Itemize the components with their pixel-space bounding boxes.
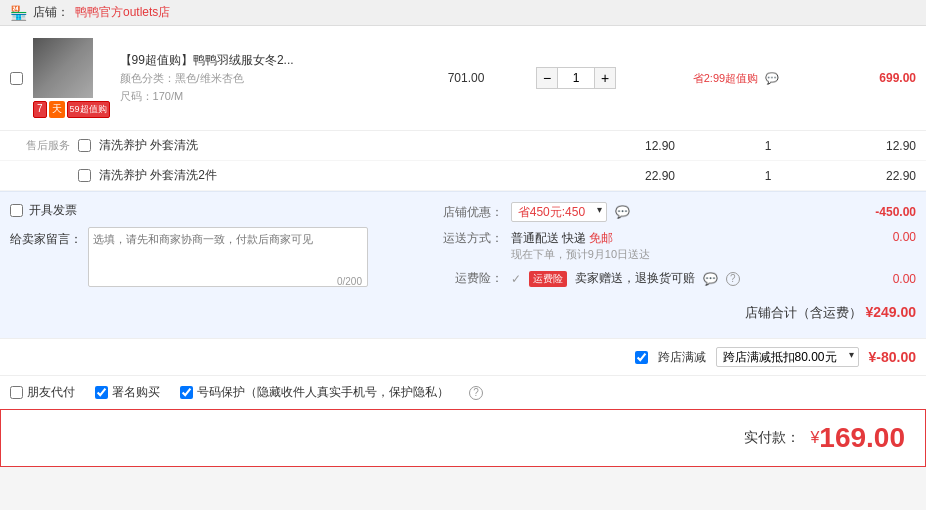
invoice-label: 开具发票 bbox=[29, 202, 77, 219]
number-protect-checkbox[interactable] bbox=[180, 386, 193, 399]
right-col: 店铺优惠： 省450元:450 💬 -450.00 运送方式： 普 bbox=[433, 202, 916, 290]
insurance-amount: 0.00 bbox=[893, 272, 916, 286]
service-2-checkbox[interactable] bbox=[78, 169, 91, 182]
invoice-line: 开具发票 bbox=[10, 202, 413, 219]
friend-pay-label: 朋友代付 bbox=[27, 384, 75, 401]
final-amount: 169.00 bbox=[819, 422, 905, 454]
options-info-icon[interactable]: ? bbox=[469, 386, 483, 400]
service-sub-1: 12.90 bbox=[836, 139, 916, 153]
shipping-row: 运送方式： 普通配送 快递 免邮 现在下单，预计9月10日送达 0.00 bbox=[433, 230, 916, 262]
message-box-wrap: 给卖家留言： 0/200 bbox=[10, 227, 413, 290]
cross-shop-amount: ¥-80.00 bbox=[869, 349, 916, 365]
coupon-row: 店铺优惠： 省450元:450 💬 -450.00 bbox=[433, 202, 916, 222]
shop-total-label: 店铺合计（含运费） bbox=[745, 305, 862, 320]
message-textarea[interactable] bbox=[88, 227, 368, 287]
invoice-message-row: 开具发票 给卖家留言： 0/200 店铺优惠： bbox=[10, 202, 916, 290]
cross-shop-select[interactable]: 跨店满减抵扣80.00元 bbox=[716, 347, 859, 367]
product-row: 7 天 59超值购 【99超值购】鸭鸭羽绒服女冬2... 颜色分类：黑色/维米杏… bbox=[0, 26, 926, 131]
qty-control: − + bbox=[516, 67, 636, 89]
product-info: 【99超值购】鸭鸭羽绒服女冬2... 颜色分类：黑色/维米杏色 尺码：170/M bbox=[120, 52, 416, 105]
anonymous-label: 署名购买 bbox=[112, 384, 160, 401]
service-price-1: 12.90 bbox=[620, 139, 700, 153]
product-discount: 省2:99超值购 💬 bbox=[646, 71, 826, 86]
insurance-check: ✓ bbox=[511, 272, 521, 286]
bottom-section: 开具发票 给卖家留言： 0/200 店铺优惠： bbox=[0, 191, 926, 338]
number-protect-label: 号码保护（隐藏收件人真实手机号，保护隐私） bbox=[197, 384, 449, 401]
insurance-chat-icon[interactable]: 💬 bbox=[703, 272, 718, 286]
message-count: 0/200 bbox=[337, 276, 362, 287]
product-size: 尺码：170/M bbox=[120, 89, 416, 104]
shipping-amount: 0.00 bbox=[893, 230, 916, 244]
service-1-checkbox[interactable] bbox=[78, 139, 91, 152]
store-header: 🏪 店铺： 鸭鸭官方outlets店 bbox=[0, 0, 926, 26]
coupon-label: 店铺优惠： bbox=[433, 204, 503, 221]
anonymous-item: 署名购买 bbox=[95, 384, 160, 401]
product-title[interactable]: 【99超值购】鸭鸭羽绒服女冬2... bbox=[120, 52, 416, 69]
service-qty-1: 1 bbox=[708, 139, 828, 153]
cross-shop-row: 跨店满减 跨店满减抵扣80.00元 ¥-80.00 bbox=[0, 338, 926, 375]
final-total-row: 实付款： ¥ 169.00 bbox=[0, 409, 926, 467]
anonymous-checkbox[interactable] bbox=[95, 386, 108, 399]
shipping-free: 免邮 bbox=[589, 231, 613, 245]
store-name[interactable]: 鸭鸭官方outlets店 bbox=[75, 4, 170, 21]
insurance-row: 运费险： ✓ 运费险 卖家赠送，退换货可赔 💬 ? 0.00 bbox=[433, 270, 916, 287]
message-label: 给卖家留言： bbox=[10, 227, 82, 248]
service-name-1: 清洗养护 外套清洗 bbox=[99, 137, 612, 154]
number-protect-item: 号码保护（隐藏收件人真实手机号，保护隐私） bbox=[180, 384, 449, 401]
final-label: 实付款： bbox=[744, 429, 800, 447]
product-badges: 7 天 59超值购 bbox=[33, 101, 110, 118]
service-price-2: 22.90 bbox=[620, 169, 700, 183]
service-sub-2: 22.90 bbox=[836, 169, 916, 183]
service-row-1: 售后服务 清洗养护 外套清洗 12.90 1 12.90 bbox=[0, 131, 926, 161]
product-checkbox[interactable] bbox=[10, 72, 23, 85]
qty-increase-button[interactable]: + bbox=[594, 67, 616, 89]
product-price: 701.00 bbox=[426, 71, 506, 85]
cross-shop-checkbox[interactable] bbox=[635, 351, 648, 364]
coupon-chat-icon[interactable]: 💬 bbox=[615, 205, 630, 219]
insurance-label: 运费险： bbox=[433, 270, 503, 287]
options-row: 朋友代付 署名购买 号码保护（隐藏收件人真实手机号，保护隐私） ? bbox=[0, 375, 926, 409]
service-label-1: 售后服务 bbox=[10, 138, 70, 153]
product-subtotal: 699.00 bbox=[836, 71, 916, 85]
product-image bbox=[33, 38, 93, 98]
cart-section: 7 天 59超值购 【99超值购】鸭鸭羽绒服女冬2... 颜色分类：黑色/维米杏… bbox=[0, 26, 926, 467]
shipping-info: 普通配送 快递 免邮 现在下单，预计9月10日送达 bbox=[511, 230, 650, 262]
coupon-select-wrap: 省450元:450 bbox=[511, 202, 607, 222]
discount-chat-icon[interactable]: 💬 bbox=[765, 72, 779, 84]
insurance-desc: 卖家赠送，退换货可赔 bbox=[575, 270, 695, 287]
service-name-2: 清洗养护 外套清洗2件 bbox=[99, 167, 612, 184]
product-image-area: 7 天 59超值购 bbox=[33, 38, 110, 118]
friend-pay-checkbox[interactable] bbox=[10, 386, 23, 399]
store-label: 店铺： bbox=[33, 4, 69, 21]
qty-input[interactable] bbox=[558, 67, 594, 89]
insurance-badge: 运费险 bbox=[529, 271, 567, 287]
cross-shop-label: 跨店满减 bbox=[658, 349, 706, 366]
insurance-info-icon[interactable]: ? bbox=[726, 272, 740, 286]
coupon-amount: -450.00 bbox=[875, 205, 916, 219]
product-color: 颜色分类：黑色/维米杏色 bbox=[120, 71, 416, 86]
store-icon: 🏪 bbox=[10, 5, 27, 21]
coupon-select[interactable]: 省450元:450 bbox=[511, 202, 607, 222]
shipping-options: 普通配送 快递 免邮 bbox=[511, 230, 650, 247]
cross-shop-select-wrap: 跨店满减抵扣80.00元 bbox=[716, 347, 859, 367]
shipping-label: 运送方式： bbox=[433, 230, 503, 247]
badge-tian: 天 bbox=[49, 101, 65, 118]
shop-total-row: 店铺合计（含运费） ¥249.00 bbox=[10, 298, 916, 328]
shipping-note: 现在下单，预计9月10日送达 bbox=[511, 247, 650, 262]
service-row-2: 清洗养护 外套清洗2件 22.90 1 22.90 bbox=[0, 161, 926, 191]
message-input-wrap: 0/200 bbox=[88, 227, 368, 290]
shop-total-amount: ¥249.00 bbox=[865, 304, 916, 320]
left-col: 开具发票 给卖家留言： 0/200 bbox=[10, 202, 413, 290]
badge-super: 59超值购 bbox=[67, 101, 110, 118]
badge-7: 7 bbox=[33, 101, 47, 118]
invoice-checkbox[interactable] bbox=[10, 204, 23, 217]
service-qty-2: 1 bbox=[708, 169, 828, 183]
friend-pay-item: 朋友代付 bbox=[10, 384, 75, 401]
final-currency: ¥ bbox=[810, 429, 819, 447]
qty-decrease-button[interactable]: − bbox=[536, 67, 558, 89]
